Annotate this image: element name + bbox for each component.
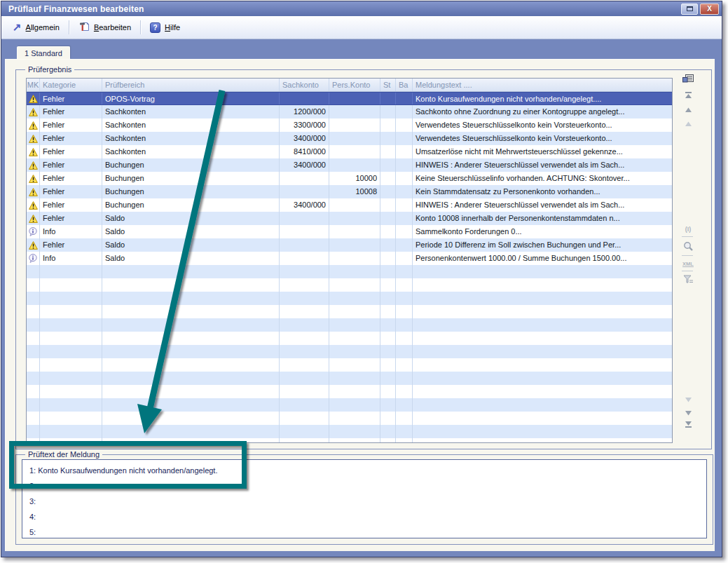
cell-sachkonto xyxy=(280,305,329,318)
table-row[interactable]: FehlerOPOS-VortragKonto Kursaufwendungen… xyxy=(27,92,672,105)
page-up-button[interactable] xyxy=(681,105,695,115)
allgemein-button[interactable]: ↗ Allgemein xyxy=(7,20,65,35)
tab-standard[interactable]: 1 Standard xyxy=(17,46,70,59)
bearbeiten-button[interactable]: Bearbeiten xyxy=(73,18,137,36)
column-header-st[interactable]: St xyxy=(380,79,396,91)
table-row[interactable] xyxy=(27,412,672,425)
message-line: 4: xyxy=(29,509,706,524)
table-row[interactable] xyxy=(27,292,672,305)
help-icon: ? xyxy=(150,22,160,33)
cell-pers_konto: 10000 xyxy=(329,172,380,185)
cell-pruefbereich xyxy=(102,425,280,438)
cell-st xyxy=(380,278,396,292)
table-row[interactable]: FehlerBuchungen10008Kein Stammdatensatz … xyxy=(27,185,672,198)
row-down-button[interactable] xyxy=(681,395,695,405)
table-row[interactable] xyxy=(27,265,672,278)
cell-sachkonto: 3400/000 xyxy=(280,198,329,212)
table-row[interactable] xyxy=(27,372,672,385)
toolbar-separator xyxy=(140,20,141,34)
app-window: Prüflauf Finanzwesen bearbeiten X ↗ Allg… xyxy=(1,1,722,557)
cell-sachkonto xyxy=(280,372,329,385)
table-row[interactable] xyxy=(27,345,672,358)
table-row[interactable]: FehlerBuchungen3400/000HINWEIS : Anderer… xyxy=(27,158,672,172)
column-header-mk[interactable]: MK xyxy=(27,79,40,91)
cell-ba xyxy=(396,332,413,345)
result-table-header: MK Kategorie Prüfbereich Sachkonto Pers.… xyxy=(27,79,672,92)
cell-ba xyxy=(396,278,413,292)
table-row[interactable] xyxy=(27,385,672,398)
row-up-button[interactable] xyxy=(681,119,695,129)
table-row[interactable]: FehlerSaldoPeriode 10 Differenz im Soll … xyxy=(27,238,672,252)
cell-pruefbereich xyxy=(102,345,280,358)
cell-meldung xyxy=(413,425,672,438)
cell-ba xyxy=(396,398,413,412)
cell-ba xyxy=(396,238,413,252)
cell-sachkonto: 3400/000 xyxy=(280,158,329,172)
hilfe-button[interactable]: ? Hilfe xyxy=(144,20,186,36)
table-row[interactable] xyxy=(27,305,672,318)
table-row[interactable] xyxy=(27,318,672,332)
restore-icon xyxy=(687,6,693,11)
table-row[interactable] xyxy=(27,398,672,412)
filter-icon[interactable] xyxy=(681,274,695,284)
cell-pers_konto xyxy=(329,278,380,292)
cell-sachkonto xyxy=(280,265,329,278)
search-icon[interactable] xyxy=(681,240,695,252)
table-row[interactable] xyxy=(27,425,672,438)
cell-ba xyxy=(396,412,413,425)
table-row[interactable]: FehlerSachkonten1200/000Sachkonto ohne Z… xyxy=(27,105,672,118)
cell-st xyxy=(380,372,396,385)
scroll-bottom-button[interactable] xyxy=(681,419,695,429)
table-row[interactable]: FehlerBuchungen10000Keine Steuerschlüsse… xyxy=(27,172,672,185)
column-chooser-icon[interactable] xyxy=(681,74,695,83)
restore-button[interactable] xyxy=(681,4,698,15)
empty-cell xyxy=(27,292,40,305)
empty-cell xyxy=(27,305,40,318)
cell-kategorie xyxy=(40,332,102,345)
cell-sachkonto xyxy=(280,332,329,345)
table-row[interactable]: FehlerBuchungen3400/000HINWEIS : Anderer… xyxy=(27,198,672,212)
cell-meldung: Verwendetes Steuerschlüsselkonto kein Vo… xyxy=(413,118,672,132)
cell-meldung xyxy=(413,345,672,358)
column-header-kategorie[interactable]: Kategorie xyxy=(40,79,102,91)
brackets-icon[interactable]: (I) xyxy=(681,224,695,234)
cell-pruefbereich: Sachkonten xyxy=(102,105,280,118)
table-row[interactable]: FehlerSachkonten8410/000Umsatzerlöse nic… xyxy=(27,145,672,158)
column-header-ba[interactable]: Ba xyxy=(396,79,413,91)
cell-pers_konto xyxy=(329,305,380,318)
table-row[interactable] xyxy=(27,332,672,345)
table-row[interactable]: FehlerSachkonten3400/000Verwendetes Steu… xyxy=(27,132,672,145)
column-header-meldungstext[interactable]: Meldungstext .... xyxy=(413,79,672,91)
tab-band: 1 Standard xyxy=(5,39,715,59)
cell-kategorie: Info xyxy=(40,225,102,238)
table-row[interactable]: FehlerSaldoKonto 10008 innerhalb der Per… xyxy=(27,212,672,225)
scroll-top-button[interactable] xyxy=(681,90,695,100)
empty-cell xyxy=(27,265,40,278)
table-row[interactable] xyxy=(27,438,672,443)
cell-sachkonto xyxy=(280,425,329,438)
column-header-sachkonto[interactable]: Sachkonto xyxy=(280,79,329,91)
table-row[interactable]: InfoSaldoPersonenkontenwert 1000.00 / Su… xyxy=(27,252,672,265)
info-icon xyxy=(27,225,40,238)
column-header-pruefbereich[interactable]: Prüfbereich xyxy=(102,79,280,91)
cell-ba xyxy=(396,265,413,278)
page-down-button[interactable] xyxy=(681,408,695,418)
table-row[interactable]: InfoSaldoSammelkonto Forderungen 0... xyxy=(27,225,672,238)
cell-meldung xyxy=(413,358,672,372)
cell-kategorie xyxy=(40,412,102,425)
column-header-perskonto[interactable]: Pers.Konto xyxy=(329,79,380,91)
cell-kategorie: Fehler xyxy=(40,198,102,212)
cell-pers_konto xyxy=(329,225,380,238)
table-row[interactable]: FehlerSachkonten3300/000Verwendetes Steu… xyxy=(27,118,672,132)
table-row[interactable] xyxy=(27,358,672,372)
close-button[interactable]: X xyxy=(700,4,719,15)
xml-export-icon[interactable]: XML xyxy=(681,259,695,269)
icon-separator xyxy=(682,271,693,271)
toolbar: ↗ Allgemein Bearbeiten ? Hilfe xyxy=(1,16,722,39)
cell-meldung xyxy=(413,292,672,305)
table-row[interactable] xyxy=(27,278,672,292)
cell-kategorie xyxy=(40,305,102,318)
screenshot-stage: Prüflauf Finanzwesen bearbeiten X ↗ Allg… xyxy=(0,0,728,563)
cell-ba xyxy=(396,93,413,104)
cell-kategorie: Fehler xyxy=(40,172,102,185)
